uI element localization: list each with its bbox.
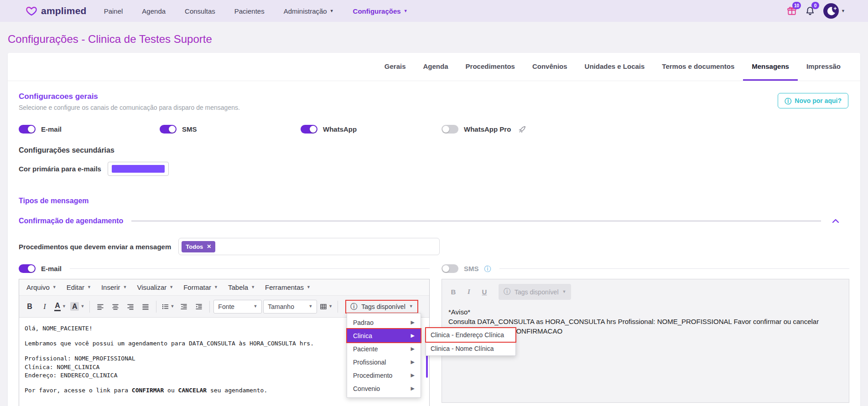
tags-menu-item-profissional[interactable]: Profissional▶ [347, 355, 421, 369]
nav-item-configuracoes[interactable]: Configurações▼ [353, 7, 408, 15]
chevron-down-icon: ▼ [87, 285, 91, 289]
menu-visualizar[interactable]: Visualizar▼ [133, 281, 178, 294]
user-menu[interactable]: ▼ [823, 3, 845, 19]
bold-button[interactable]: B [23, 300, 36, 313]
tags-dropdown-menu: Padrao▶ Clinica▶ Paciente▶ Profissional▶ [347, 313, 421, 398]
align-center-button[interactable] [109, 300, 122, 313]
notifications-badge: 0 [811, 2, 819, 9]
tab-unidades-e-locais[interactable]: Unidades e Locais [576, 53, 654, 81]
amplimed-logo[interactable]: amplimed [26, 5, 87, 16]
tab-mensagens[interactable]: Mensagens [743, 53, 798, 81]
general-settings-subtitle: Selecione e configure os canais de comun… [19, 104, 240, 111]
chevron-down-icon: ▼ [308, 304, 312, 308]
info-icon: ⓘ [350, 303, 358, 310]
avatar [823, 3, 839, 19]
news-button[interactable]: 10 [787, 6, 797, 16]
email-editor-label: E-mail [41, 265, 62, 272]
toolbar-separator [209, 301, 210, 313]
submenu-item-nome-clinica[interactable]: Clinica - Nome Clínica [426, 342, 515, 355]
channel-label: WhatsApp Pro [464, 125, 511, 133]
menu-arquivo[interactable]: Arquivo▼ [22, 281, 61, 294]
procedures-input[interactable]: Todos ✕ [178, 238, 440, 255]
remove-chip-icon[interactable]: ✕ [207, 244, 211, 249]
tab-impressao[interactable]: Impressão [798, 53, 849, 81]
nav-item-consultas[interactable]: Consultas [185, 7, 215, 15]
card-body: Configuracoes gerais Selecione e configu… [8, 81, 860, 406]
italic-button[interactable]: I [38, 300, 52, 313]
channel-sms: SMS [160, 125, 301, 134]
news-badge: 10 [792, 2, 801, 9]
menu-ferramentas[interactable]: Ferramentas▼ [260, 281, 315, 294]
nav-item-painel[interactable]: Painel [104, 7, 123, 15]
chevron-right-icon: ▶ [411, 373, 415, 378]
tags-menu-item-convenio[interactable]: Convenio▶ [347, 382, 421, 395]
sms-message-toggle[interactable] [442, 264, 458, 273]
menu-editar[interactable]: Editar▼ [62, 281, 96, 294]
whatsapp-pro-channel-toggle[interactable] [442, 125, 458, 134]
color-bar [54, 310, 61, 311]
menu-tabela[interactable]: Tabela▼ [223, 281, 260, 294]
justify-button[interactable] [139, 300, 152, 313]
tags-menu-item-clinica[interactable]: Clinica▶ [347, 329, 421, 342]
tags-available-button[interactable]: ⓘ Tags disponível ▼ [346, 301, 417, 313]
notifications-button[interactable]: 0 [805, 6, 815, 16]
message-types-heading: Tipos de mensagem [19, 197, 849, 205]
new-here-button[interactable]: ⓘ Novo por aqui? [778, 93, 848, 108]
toolbar-separator [89, 301, 90, 313]
logo-text: amplimed [41, 5, 87, 16]
submenu-item-endereco-clinica[interactable]: Clinica - Endereço Clínica [426, 328, 515, 342]
editor-menubar: Arquivo▼ Editar▼ Inserir▼ Visualizar▼ Fo… [19, 279, 429, 296]
tags-menu-item-padrao[interactable]: Padrao▶ [347, 316, 421, 329]
nav-item-agenda[interactable]: Agenda [142, 7, 166, 15]
whatsapp-channel-toggle[interactable] [301, 125, 317, 134]
font-family-select[interactable]: Fonte▼ [213, 300, 262, 313]
nav-item-pacientes[interactable]: Pacientes [234, 7, 265, 15]
email-message-toggle[interactable] [19, 264, 36, 273]
menu-formatar[interactable]: Formatar▼ [179, 281, 223, 294]
divider [499, 268, 849, 269]
indent-button[interactable] [192, 300, 206, 313]
align-center-icon [112, 303, 119, 310]
procedures-chip: Todos ✕ [182, 241, 215, 252]
tags-menu-item-procedimento[interactable]: Procedimento▶ [347, 369, 421, 382]
tab-convenios[interactable]: Convênios [524, 53, 576, 81]
chevron-down-icon: ▼ [170, 304, 174, 308]
email-color-picker[interactable] [108, 162, 169, 176]
font-size-select[interactable]: Tamanho▼ [263, 300, 317, 313]
tab-termos-e-documentos[interactable]: Termos e documentos [653, 53, 743, 81]
align-right-button[interactable] [124, 300, 137, 313]
channel-label: SMS [182, 125, 197, 133]
nav-item-administracao[interactable]: Administração▼ [284, 7, 334, 15]
channel-email: E-mail [19, 125, 160, 134]
outdent-button[interactable] [177, 300, 191, 313]
settings-card: Gerais Agenda Procedimentos Convênios Un… [8, 53, 860, 406]
sms-bold-button: B [447, 285, 460, 299]
channel-whatsapp-pro: WhatsApp Pro [442, 125, 582, 134]
tags-submenu-clinica: Clinica - Endereço Clínica Clinica - Nom… [426, 328, 516, 356]
bullet-list-button[interactable]: ▼ [160, 300, 176, 313]
rocket-icon [518, 125, 526, 134]
sms-channel-toggle[interactable] [160, 125, 177, 134]
chevron-down-icon: ▼ [841, 9, 845, 13]
toolbar-separator [156, 301, 156, 313]
menu-inserir[interactable]: Inserir▼ [97, 281, 132, 294]
email-channel-toggle[interactable] [19, 125, 36, 134]
general-settings-heading: Configuracoes gerais [19, 92, 240, 101]
align-left-button[interactable] [94, 300, 107, 313]
text-color-button[interactable]: A ▼ [53, 300, 68, 313]
chevron-down-icon: ▼ [169, 285, 173, 289]
align-left-icon [97, 303, 104, 310]
highlight-color-button[interactable]: A▼ [69, 300, 86, 313]
tab-gerais[interactable]: Gerais [376, 53, 415, 81]
tab-agenda[interactable]: Agenda [415, 53, 457, 81]
chevron-down-icon: ▼ [404, 9, 408, 13]
table-button[interactable]: ▼ [318, 300, 334, 313]
tab-procedimentos[interactable]: Procedimentos [457, 53, 524, 81]
tags-menu-item-paciente[interactable]: Paciente▶ [347, 342, 421, 355]
chevron-down-icon: ▼ [62, 304, 66, 308]
procedures-label: Procedimentos que devem enviar a mensage… [19, 243, 171, 251]
collapse-button[interactable] [832, 218, 839, 224]
chevron-down-icon: ▼ [307, 285, 311, 289]
chevron-right-icon: ▶ [411, 333, 415, 338]
toolbar-separator [338, 301, 338, 313]
